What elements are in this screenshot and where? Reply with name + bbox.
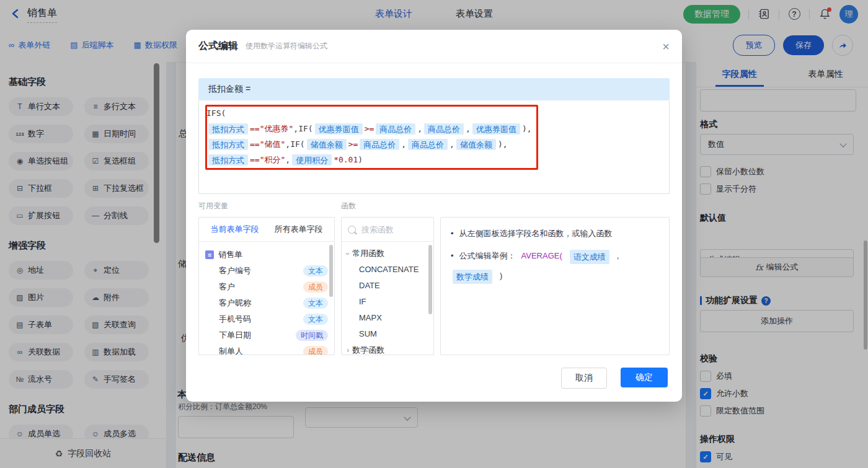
formula-code-token: IFS( (206, 108, 226, 118)
field-type-badge: 文本 (303, 314, 328, 325)
formula-field-chip[interactable]: 优惠券面值 (472, 123, 520, 135)
variable-field-name: 制单人 (219, 346, 243, 355)
modal-header: 公式编辑 使用数学运算符编辑公式 × (186, 30, 682, 63)
formula-line: IFS( (206, 105, 662, 121)
variable-field-name: 客户昵称 (219, 298, 251, 309)
hint-field-chip: 数学成绩 (453, 270, 492, 284)
formula-code-token: , (450, 139, 454, 149)
functions-panel: ›常用函数CONCATENATEDATEIFMAPXSUM›数学函数›文本函数 (341, 217, 434, 355)
bullet-icon: • (451, 250, 454, 262)
hint-line-2: • 公式编辑举例：AVERAGE(语文成绩,数学成绩) (451, 250, 659, 284)
variable-field-row[interactable]: 客户昵称文本 (205, 295, 328, 311)
confirm-button[interactable]: 确定 (621, 368, 668, 387)
form-doc-icon: ≣ (205, 250, 214, 259)
function-item[interactable]: MAPX (347, 310, 428, 326)
variables-list: ≣ 销售单 客户编号文本客户成员客户昵称文本手机号码文本下单日期时间戳制单人成员 (199, 242, 334, 355)
formula-field-chip[interactable]: 储值余额 (307, 139, 347, 150)
search-icon (348, 226, 356, 234)
variable-field-name: 客户 (219, 281, 235, 293)
formula-code-token: =="积分" (250, 155, 285, 164)
function-group-name: 数学函数 (352, 345, 384, 355)
variable-field-row[interactable]: 下单日期时间戳 (205, 327, 328, 343)
variables-label: 可用变量 (198, 201, 228, 211)
formula-line: 抵扣方式=="储值",IF(储值余额>=商品总价,商品总价,储值余额), (206, 136, 662, 152)
formula-target-field: 抵扣金额 = (198, 78, 670, 100)
formula-field-chip[interactable]: 商品总价 (408, 139, 448, 150)
functions-label: 函数 (341, 201, 356, 211)
field-type-badge: 时间戳 (296, 330, 328, 341)
variable-field-row[interactable]: 制单人成员 (205, 343, 328, 355)
variable-field-name: 客户编号 (219, 265, 251, 276)
modal-title: 公式编辑 (198, 40, 238, 53)
formula-code-token: ) (358, 155, 363, 164)
field-type-badge: 成员 (303, 346, 328, 355)
field-type-badge: 成员 (303, 281, 328, 293)
hint-suffix: ) (500, 270, 502, 282)
chevron-icon: › (347, 345, 349, 355)
form-node-name: 销售单 (218, 249, 242, 260)
variables-scrollbar[interactable] (329, 245, 333, 297)
variable-field-row[interactable]: 客户编号文本 (205, 263, 328, 279)
variable-field-row[interactable]: 手机号码文本 (205, 311, 328, 327)
tab-current-form-fields[interactable]: 当前表单字段 (211, 224, 259, 235)
formula-code-token: , (417, 124, 422, 133)
formula-field-chip[interactable]: 优惠券面值 (315, 123, 363, 135)
formula-field-chip[interactable]: 储值余额 (456, 139, 496, 150)
variable-field-name: 下单日期 (219, 330, 251, 341)
formula-field-chip[interactable]: 抵扣方式 (208, 123, 248, 135)
formula-code-token: ), (522, 124, 532, 133)
formula-code-token: =="储值" (250, 139, 285, 149)
close-icon[interactable]: × (662, 40, 670, 53)
field-type-badge: 文本 (303, 298, 328, 309)
formula-field-chip[interactable]: 商品总价 (376, 123, 415, 135)
hint-example-prefix: 公式编辑举例： (459, 250, 516, 262)
function-group[interactable]: ›数学函数 (347, 342, 428, 355)
hint-function-name: AVERAGE( (521, 250, 562, 262)
modal-subtitle: 使用数学运算符编辑公式 (246, 41, 327, 51)
formula-code-token: ,IF( (293, 124, 312, 133)
functions-scrollbar[interactable] (428, 245, 432, 314)
formula-field-chip[interactable]: 抵扣方式 (208, 154, 248, 166)
function-item[interactable]: DATE (347, 278, 428, 294)
formula-code-token: , (401, 139, 406, 149)
function-search-input[interactable] (360, 224, 418, 235)
variable-field-name: 手机号码 (219, 314, 251, 325)
formula-code-token: >= (348, 139, 358, 149)
hint-field-chip: 语文成绩 (570, 250, 609, 264)
bullet-icon: • (451, 227, 454, 240)
hint-line-1: • 从左侧面板选择字段名和函数，或输入函数 (451, 227, 659, 240)
formula-field-chip[interactable]: 商品总价 (360, 139, 399, 150)
formula-field-chip[interactable]: 抵扣方式 (208, 139, 248, 150)
formula-line: 抵扣方式=="优惠券",IF(优惠券面值>=商品总价,商品总价,优惠券面值), (206, 121, 662, 136)
app-root: 销售单 表单设计 表单设置 数据管理 ? 理 (0, 0, 868, 468)
formula-editor-area[interactable]: IFS(抵扣方式=="优惠券",IF(优惠券面值>=商品总价,商品总价,优惠券面… (198, 100, 670, 194)
variables-tabs: 当前表单字段 所有表单字段 (199, 218, 334, 242)
function-group-name: 常用函数 (352, 248, 384, 259)
formula-code-token: >= (365, 124, 374, 133)
function-item[interactable]: CONCATENATE (347, 262, 428, 278)
field-type-badge: 文本 (303, 265, 328, 276)
function-search (342, 218, 433, 242)
variables-panel: 当前表单字段 所有表单字段 ≣ 销售单 客户编号文本客户成员客户昵称文本手机号码… (198, 217, 335, 355)
function-item[interactable]: SUM (347, 326, 428, 342)
form-node[interactable]: ≣ 销售单 (205, 247, 328, 263)
hint-text: 从左侧面板选择字段名和函数，或输入函数 (459, 227, 613, 240)
function-tree: ›常用函数CONCATENATEDATEIFMAPXSUM›数学函数›文本函数 (342, 242, 433, 355)
formula-code-token: =="优惠券" (250, 124, 293, 133)
formula-code-token: , (466, 124, 471, 133)
hints-panel: • 从左侧面板选择字段名和函数，或输入函数 • 公式编辑举例：AVERAGE(语… (440, 217, 670, 355)
formula-field-chip[interactable]: 使用积分 (292, 154, 332, 166)
formula-editor-modal: 公式编辑 使用数学运算符编辑公式 × 抵扣金额 = IFS(抵扣方式=="优惠券… (186, 30, 682, 402)
formula-code-token: , (285, 155, 290, 164)
formula-code-token: ,IF( (285, 139, 304, 149)
formula-field-chip[interactable]: 商品总价 (424, 123, 464, 135)
formula-code-token: *0.01 (334, 155, 358, 164)
tab-all-form-fields[interactable]: 所有表单字段 (275, 224, 323, 235)
formula-line: 抵扣方式=="积分",使用积分*0.01) (206, 152, 662, 167)
chevron-icon: › (343, 252, 353, 255)
variable-field-row[interactable]: 客户成员 (205, 279, 328, 295)
formula-code-token: ), (498, 139, 508, 149)
function-group[interactable]: ›常用函数 (347, 245, 428, 262)
cancel-button[interactable]: 取消 (561, 368, 607, 389)
function-item[interactable]: IF (347, 294, 428, 310)
